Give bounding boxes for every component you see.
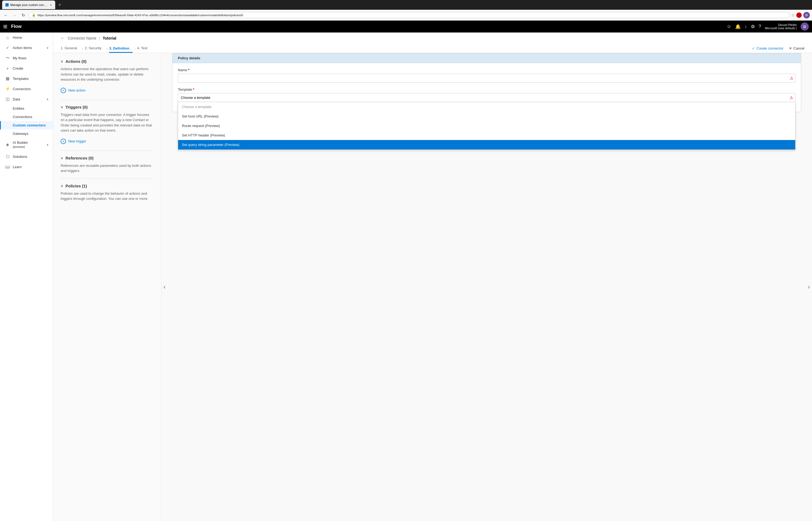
sidebar-item-solutions[interactable]: ⬡ Solutions [0,151,53,162]
references-collapse-button[interactable]: ∨ [61,156,63,160]
sidebar-item-gateways[interactable]: Gateways [0,130,53,138]
triggers-section: ∨ Triggers (0) Triggers read data from y… [61,105,153,146]
app-grid-button[interactable]: ⊞ [3,24,7,29]
sidebar-item-home[interactable]: ⌂ Home [0,32,53,43]
tab-close-icon[interactable]: ✕ [50,3,52,6]
actions-section: ∨ Actions (0) Actions determine the oper… [61,59,153,95]
references-header: ∨ References (0) [61,156,153,160]
references-section: ∨ References (0) References are reusable… [61,156,153,174]
solutions-label: Solutions [13,155,27,159]
create-connector-label: Create connector [757,46,784,50]
sidebar-item-connectors[interactable]: ⚡ Connectors [0,84,53,94]
ai-builder-chevron-icon: ∨ [47,143,48,146]
templates-icon: ▦ [5,76,10,81]
action-items-label: Action items [13,46,32,50]
cancel-label: Cancel [794,46,805,50]
my-flows-icon: 〜 [5,55,10,61]
action-items-icon: ✓ [5,45,10,50]
main-content: ← Connector Name | Tutorial 1. General ›… [53,32,812,521]
name-field: Name * ⚠ [178,68,795,83]
sidebar-item-action-items[interactable]: ✓ Action items ∨ [0,43,53,53]
template-error-icon: ⚠ [790,95,793,100]
sidebar-item-data[interactable]: ◫ Data ∧ [0,94,53,104]
emoji-icon-button[interactable]: ☺ [727,24,731,29]
sidebar-item-learn[interactable]: 📖 Learn [0,162,53,172]
sidebar-item-templates[interactable]: ▦ Templates [0,73,53,84]
user-name: Denzel Pfeifer [778,23,797,26]
sidebar-item-connections[interactable]: Connections [0,113,53,121]
entities-label: Entities [13,107,24,111]
divider-3 [61,178,153,179]
template-dropdown-container: Choose a template ⚠ Choose a template [178,93,795,102]
sidebar-item-create[interactable]: + Create [0,63,53,73]
name-label: Name * [178,68,795,72]
nav-forward-button[interactable]: → [11,12,18,18]
sidebar-item-entities[interactable]: Entities [0,104,53,113]
policy-details-body: Name * ⚠ Template * [172,63,801,112]
learn-icon: 📖 [5,164,10,169]
extension-icon-1[interactable] [796,13,802,18]
connectors-label: Connectors [13,87,30,91]
dropdown-option-query-string[interactable]: Set query string parameter (Preview) [178,140,795,150]
plus-circle-trigger-icon: + [61,139,66,144]
name-input[interactable] [178,74,795,83]
new-action-button[interactable]: + New action [61,86,86,95]
data-icon: ◫ [5,97,10,101]
step-general[interactable]: 1. General [61,44,80,53]
triggers-description: Triggers read data from your connector. … [61,112,153,133]
user-profile-icon[interactable]: D [803,12,810,18]
breadcrumb-separator: | [99,36,100,40]
nav-refresh-button[interactable]: ↻ [20,12,27,18]
sidebar: ⌂ Home ✓ Action items ∨ 〜 My flows + Cre… [0,32,53,521]
name-required-star: * [188,68,189,72]
user-info: Denzel Pfeifer Microsoft (new default) ( [765,23,797,30]
breadcrumb-prev: Connector Name [68,36,96,40]
tab-favicon [5,3,9,6]
step-definition[interactable]: 3. Definition [109,44,133,53]
new-tab-button[interactable]: + [57,2,62,7]
content-header: ← Connector Name | Tutorial 1. General ›… [53,32,812,53]
settings-icon-button[interactable]: ⚙ [751,24,755,29]
dropdown-option-host-url[interactable]: Set host URL (Preview) [178,112,795,121]
download-icon-button[interactable]: ↓ [745,24,747,29]
sidebar-item-custom-connectors[interactable]: Custom connectors [0,121,53,130]
browser-tab[interactable]: Manage your custom connectors ✕ [2,1,55,9]
notification-icon-button[interactable]: 🔔 [735,24,741,29]
actions-header: ∨ Actions (0) [61,59,153,64]
create-connector-button[interactable]: ✓ Create connector [752,46,784,50]
template-dropdown-trigger[interactable]: Choose a template ⚠ [178,93,795,102]
policies-collapse-button[interactable]: ∨ [61,184,63,188]
address-bar[interactable]: 🔒 https://preview.flow.microsoft.com/man… [28,12,790,18]
tab-title: Manage your custom connectors [10,3,48,6]
nav-arrow-left-button[interactable]: ‹ [164,284,165,291]
references-description: References are reusable parameters used … [61,163,153,174]
sidebar-item-my-flows[interactable]: 〜 My flows [0,53,53,63]
nav-arrow-right-button[interactable]: › [808,284,810,291]
back-button[interactable]: ← [61,36,65,41]
left-panel: ∨ Actions (0) Actions determine the oper… [53,53,161,521]
help-icon-button[interactable]: ? [759,24,761,29]
new-trigger-button[interactable]: + New trigger [61,137,86,146]
template-field: Template * Choose a template ⚠ [178,88,795,102]
cancel-button[interactable]: ✕ Cancel [789,46,805,50]
connectors-icon: ⚡ [5,86,10,91]
nav-back-button[interactable]: ← [2,12,9,18]
bookmark-icon[interactable]: ☆ [791,13,795,18]
breadcrumb-current: Tutorial [102,36,116,40]
actions-collapse-button[interactable]: ∨ [61,59,63,63]
app-title: Flow [11,24,22,29]
sidebar-item-ai-builder[interactable]: ◈ AI Builder(preview) ∨ [0,138,53,151]
dropdown-option-route-request[interactable]: Route request (Preview) [178,121,795,131]
user-avatar[interactable]: D [801,22,809,30]
step-test[interactable]: 4. Test [137,44,151,53]
template-label: Template * [178,88,795,92]
triggers-collapse-button[interactable]: ∨ [61,105,63,109]
checkmark-icon: ✓ [752,46,755,50]
dropdown-option-http-header[interactable]: Set HTTP header (Preview) [178,131,795,140]
actions-title: Actions (0) [66,59,87,64]
policies-description: Policies are used to change the behavior… [61,191,153,202]
step-security[interactable]: 2. Security [85,44,104,53]
ai-builder-label: AI Builder(preview) [13,140,28,149]
connections-label: Connections [13,115,32,119]
dropdown-option-placeholder[interactable]: Choose a template [178,102,795,112]
